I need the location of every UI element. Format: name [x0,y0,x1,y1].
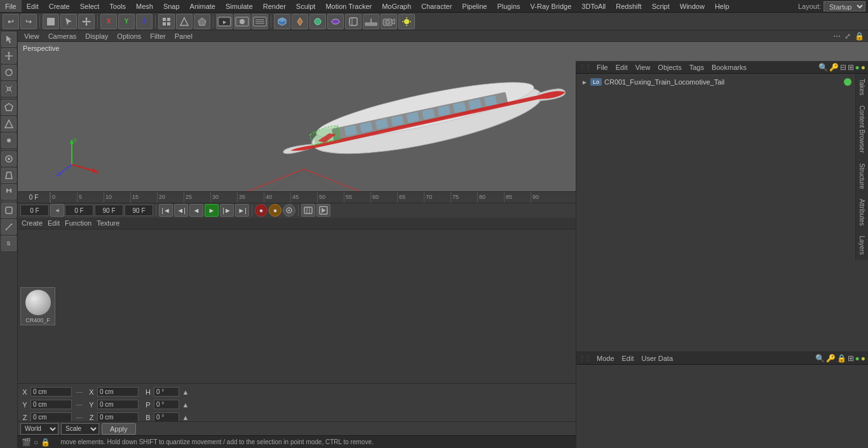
apply-button[interactable]: Apply [102,423,136,435]
attr-expand-icon[interactable]: ⊞ [848,354,854,363]
lt-scale-btn[interactable] [1,81,17,97]
menu-mograph[interactable]: MoGraph [377,0,416,12]
lt-select-btn[interactable] [1,32,17,47]
ob-menu-edit[interactable]: Edit [613,64,630,71]
playback-start-frame[interactable] [20,205,49,216]
coord-b-arrow[interactable]: ▲ [180,414,191,421]
lt-move-btn[interactable] [1,48,17,64]
undo-btn[interactable]: ↩ [3,14,19,29]
render-queue-btn[interactable] [252,14,268,29]
step-forward-btn[interactable]: |► [220,204,234,217]
lt-edge-btn[interactable] [1,116,17,132]
y-axis-btn[interactable]: Y [118,14,135,29]
vp-menu-display[interactable]: Display [81,32,112,40]
attr-search-icon[interactable]: 🔍 [815,354,825,363]
cube-btn[interactable] [274,14,290,29]
pen-btn[interactable] [292,14,308,29]
light-btn[interactable] [398,14,415,29]
tab-content-browser[interactable]: Content Browser [855,100,868,158]
menu-animate[interactable]: Animate [185,0,220,12]
ob-visibility-dot[interactable] [844,78,851,86]
attr-lock-icon[interactable]: 🔒 [837,354,846,363]
scene-btn[interactable] [345,14,362,29]
vp-menu-cameras[interactable]: Cameras [44,32,81,40]
vp-icon-arrows[interactable]: ⤢ [843,32,852,41]
menu-sculpt[interactable]: Sculpt [291,0,321,12]
ob-menu-file[interactable]: File [594,64,611,71]
ob-key-icon[interactable]: 🔑 [829,63,839,72]
ob-collapse-icon[interactable]: ⊟ [840,63,846,72]
mat-menu-create[interactable]: Create [22,219,43,227]
coord-y-input[interactable] [31,400,72,409]
mat-menu-function[interactable]: Function [65,219,92,227]
coord-x-input[interactable] [31,387,72,397]
ob-menu-bookmarks[interactable]: Bookmarks [709,64,749,71]
points-mode-btn[interactable] [158,14,175,29]
tab-structure[interactable]: Structure [855,158,868,194]
ob-menu-view[interactable]: View [633,64,653,71]
ob-menu-tags[interactable]: Tags [687,64,707,71]
model-mode-btn[interactable] [43,14,59,29]
scale-select[interactable]: Scale [61,423,99,435]
mat-menu-texture[interactable]: Texture [97,219,119,227]
coord-z2-input[interactable] [97,412,139,422]
tab-layers[interactable]: Layers [855,231,868,260]
menu-snap[interactable]: Snap [158,0,185,12]
vp-icon-dots[interactable]: ⋯ [832,32,842,41]
select-mode-btn[interactable] [60,14,77,29]
menu-vray[interactable]: V-Ray Bridge [526,0,577,12]
coord-z-input[interactable] [31,412,72,422]
menu-help[interactable]: Help [710,0,735,12]
menu-file[interactable]: File [0,0,22,12]
menu-plugins[interactable]: Plugins [492,0,525,12]
z-axis-btn[interactable]: Z [136,14,153,29]
playback-end-frame-1[interactable] [95,205,123,216]
lt-paint-btn[interactable] [1,151,17,166]
vp-menu-panel[interactable]: Panel [171,32,196,40]
menu-window[interactable]: Window [675,0,710,12]
step-back-btn[interactable]: ◄| [174,204,188,217]
play-btn[interactable]: ► [205,204,219,217]
vp-menu-filter[interactable]: Filter [146,32,169,40]
menu-edit[interactable]: Edit [22,0,44,12]
coord-h-input[interactable] [154,387,179,397]
tab-takes[interactable]: Takes [855,74,868,100]
world-select[interactable]: World [20,423,58,435]
tab-attributes[interactable]: Attributes [855,194,868,231]
menu-redshift[interactable]: Redshift [611,0,646,12]
loop-btn[interactable] [301,204,315,217]
move-tool-btn[interactable] [78,14,95,29]
ob-expand-icon[interactable]: ⊞ [848,63,854,72]
menu-character[interactable]: Character [416,0,457,12]
key-mode-btn[interactable] [283,204,295,217]
render-view-btn[interactable] [234,14,250,29]
lt-rotate-btn[interactable] [1,65,17,80]
menu-simulate[interactable]: Simulate [220,0,258,12]
generator-btn[interactable] [309,14,326,29]
menu-select[interactable]: Select [75,0,105,12]
auto-key-btn[interactable]: ● [269,204,281,217]
frame-prev-arrow[interactable]: ◄ [50,204,64,217]
camera-btn[interactable] [381,14,397,29]
vp-menu-view[interactable]: View [20,32,43,40]
preview-btn[interactable] [316,204,330,217]
coord-p-arrow[interactable]: ▲ [180,401,191,409]
lt-polygon-btn[interactable] [1,100,17,115]
lt-snap-btn[interactable] [1,203,17,218]
lt-points-btn[interactable] [1,133,17,148]
layout-select[interactable]: Startup [824,1,865,11]
render-region-btn[interactable]: ▶ [216,14,233,29]
go-end-btn[interactable]: ►| [235,204,249,217]
menu-create[interactable]: Create [44,0,75,12]
coord-y2-input[interactable] [97,400,139,409]
mat-menu-edit[interactable]: Edit [48,219,60,227]
material-item-cr400[interactable]: CR400_F [20,287,55,325]
coord-p-input[interactable] [154,400,179,409]
record-btn[interactable]: ● [255,204,268,217]
expand-icon[interactable]: ► [581,79,588,86]
vp-icon-lock[interactable]: 🔒 [853,32,865,41]
menu-3dtoall[interactable]: 3DToAll [576,0,611,12]
object-item-locomotive[interactable]: ► Lo CR001_Fuxing_Train_Locomotive_Tail [579,76,865,88]
attr-menu-userdata[interactable]: User Data [639,355,676,362]
edges-mode-btn[interactable] [176,14,193,29]
